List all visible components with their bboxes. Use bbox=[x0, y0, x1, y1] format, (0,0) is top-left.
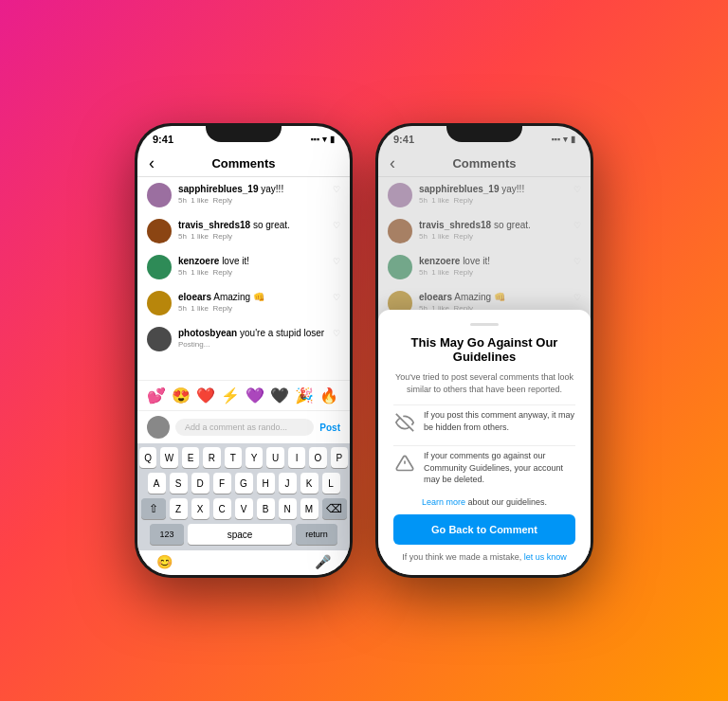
comment-meta-5: Posting... bbox=[178, 340, 326, 349]
comment-body-1: sapphireblues_19 yay!!! 5h 1 like Reply bbox=[178, 183, 326, 205]
key-h[interactable]: H bbox=[257, 473, 275, 494]
key-w[interactable]: W bbox=[160, 447, 177, 468]
comments-list-left: sapphireblues_19 yay!!! 5h 1 like Reply … bbox=[137, 177, 350, 380]
username-5: photosbyean bbox=[178, 328, 237, 338]
avatar-5 bbox=[147, 327, 172, 351]
microphone-icon[interactable]: 🎤 bbox=[315, 554, 331, 569]
key-c[interactable]: C bbox=[213, 498, 231, 519]
key-x[interactable]: X bbox=[191, 498, 209, 519]
emoji-picker-icon[interactable]: 😊 bbox=[156, 554, 173, 569]
mistake-text: If you think we made a mistake, let us k… bbox=[393, 552, 575, 562]
comment-content-1: yay!!! bbox=[261, 184, 283, 194]
comment-input[interactable]: Add a comment as rando... bbox=[175, 419, 314, 436]
warning-item-1: If you post this comment anyway, it may … bbox=[393, 404, 575, 438]
emoji-4[interactable]: ⚡ bbox=[221, 386, 240, 404]
comment-item-5: photosbyean you're a stupid loser Postin… bbox=[137, 321, 350, 357]
key-s[interactable]: S bbox=[170, 473, 188, 494]
comment-meta-4: 5h 1 like Reply bbox=[178, 304, 326, 313]
key-g[interactable]: G bbox=[235, 473, 253, 494]
key-f[interactable]: F bbox=[213, 473, 231, 494]
comments-header-left: ‹ Comments bbox=[137, 151, 350, 177]
key-o[interactable]: O bbox=[309, 447, 326, 468]
go-back-button[interactable]: Go Back to Comment bbox=[393, 514, 575, 545]
username-3: kenzoere bbox=[178, 256, 219, 266]
comment-content-2: so great. bbox=[253, 220, 290, 230]
key-r[interactable]: R bbox=[203, 447, 220, 468]
input-placeholder: Add a comment as rando... bbox=[185, 422, 287, 432]
heart-icon-4[interactable]: ♡ bbox=[333, 293, 340, 302]
emoji-5[interactable]: 💜 bbox=[246, 386, 264, 404]
delete-key[interactable]: ⌫ bbox=[322, 498, 347, 519]
heart-icon-2[interactable]: ♡ bbox=[333, 221, 340, 230]
nums-key[interactable]: 123 bbox=[150, 524, 184, 545]
heart-icon-3[interactable]: ♡ bbox=[333, 257, 340, 266]
key-l[interactable]: L bbox=[322, 473, 340, 494]
key-b[interactable]: B bbox=[257, 498, 275, 519]
comment-text-4: eloears Amazing 👊 bbox=[178, 291, 326, 303]
alert-icon bbox=[393, 452, 416, 475]
hidden-icon bbox=[393, 411, 416, 434]
phone-right: 9:41 ▪▪▪ ▾ ▮ ‹ Comments sapphireblues_19… bbox=[375, 123, 593, 578]
emoji-7[interactable]: 🎉 bbox=[295, 386, 314, 404]
key-u[interactable]: U bbox=[266, 447, 283, 468]
back-button-left[interactable]: ‹ bbox=[149, 153, 155, 173]
status-time-left: 9:41 bbox=[153, 134, 173, 145]
key-k[interactable]: K bbox=[300, 473, 318, 494]
modal-title: This May Go Against Our Guidelines bbox=[393, 335, 575, 364]
warning-item-2: If your comments go against our Communit… bbox=[393, 445, 575, 490]
guidelines-modal: This May Go Against Our Guidelines You'v… bbox=[378, 310, 591, 575]
emoji-bar: 💕 😍 ❤️ ⚡ 💜 🖤 🎉 🔥 bbox=[137, 380, 350, 410]
comment-body-4: eloears Amazing 👊 5h 1 like Reply bbox=[178, 291, 326, 313]
comment-item-4: eloears Amazing 👊 5h 1 like Reply ♡ bbox=[137, 285, 350, 321]
comment-text-3: kenzoere love it! bbox=[178, 255, 326, 267]
comment-content-4: Amazing 👊 bbox=[213, 292, 264, 302]
notch-left bbox=[206, 123, 282, 142]
return-key[interactable]: return bbox=[296, 524, 337, 545]
post-button[interactable]: Post bbox=[319, 422, 340, 433]
comment-content-5: you're a stupid loser bbox=[240, 328, 324, 338]
key-j[interactable]: J bbox=[279, 473, 297, 494]
emoji-8[interactable]: 🔥 bbox=[319, 386, 338, 404]
emoji-2[interactable]: 😍 bbox=[172, 386, 191, 404]
key-i[interactable]: I bbox=[288, 447, 305, 468]
key-a[interactable]: A bbox=[148, 473, 166, 494]
phone-left: 9:41 ▪▪▪ ▾ ▮ ‹ Comments sapphireblues_19… bbox=[135, 123, 353, 578]
wifi-icon: ▾ bbox=[322, 135, 327, 144]
space-key[interactable]: space bbox=[188, 524, 292, 545]
username-1: sapphireblues_19 bbox=[178, 184, 258, 194]
emoji-1[interactable]: 💕 bbox=[147, 386, 166, 404]
emoji-6[interactable]: 🖤 bbox=[270, 386, 289, 404]
comment-body-5: photosbyean you're a stupid loser Postin… bbox=[178, 327, 326, 349]
heart-icon-5[interactable]: ♡ bbox=[333, 329, 340, 338]
warning-text-2: If your comments go against our Communit… bbox=[424, 450, 575, 486]
comment-text-1: sapphireblues_19 yay!!! bbox=[178, 183, 326, 195]
comment-meta-1: 5h 1 like Reply bbox=[178, 196, 326, 205]
emoji-3[interactable]: ❤️ bbox=[196, 386, 215, 404]
key-n[interactable]: N bbox=[279, 498, 297, 519]
learn-more-link[interactable]: Learn more bbox=[422, 497, 465, 507]
comment-input-row: Add a comment as rando... Post bbox=[137, 410, 350, 443]
shift-key[interactable]: ⇧ bbox=[141, 498, 166, 519]
keyboard: Q W E R T Y U I O P A S D F G H J K L bbox=[137, 443, 350, 550]
key-v[interactable]: V bbox=[235, 498, 253, 519]
key-d[interactable]: D bbox=[191, 473, 209, 494]
heart-icon-1[interactable]: ♡ bbox=[333, 185, 340, 194]
key-p[interactable]: P bbox=[331, 447, 348, 468]
key-z[interactable]: Z bbox=[170, 498, 188, 519]
comment-body-2: travis_shreds18 so great. 5h 1 like Repl… bbox=[178, 219, 326, 241]
let-us-know-link[interactable]: let us know bbox=[524, 552, 567, 562]
avatar-3 bbox=[147, 255, 172, 279]
comment-text-2: travis_shreds18 so great. bbox=[178, 219, 326, 231]
battery-icon: ▮ bbox=[330, 135, 335, 144]
keyboard-row-2: A S D F G H J K L bbox=[139, 473, 348, 494]
comment-text-5: photosbyean you're a stupid loser bbox=[178, 327, 326, 339]
key-m[interactable]: M bbox=[300, 498, 318, 519]
avatar-4 bbox=[147, 291, 172, 315]
key-q[interactable]: Q bbox=[139, 447, 156, 468]
key-e[interactable]: E bbox=[182, 447, 199, 468]
comment-content-3: love it! bbox=[222, 256, 249, 266]
notch-right bbox=[446, 123, 522, 142]
input-avatar bbox=[147, 416, 170, 439]
key-y[interactable]: Y bbox=[246, 447, 263, 468]
key-t[interactable]: T bbox=[225, 447, 242, 468]
